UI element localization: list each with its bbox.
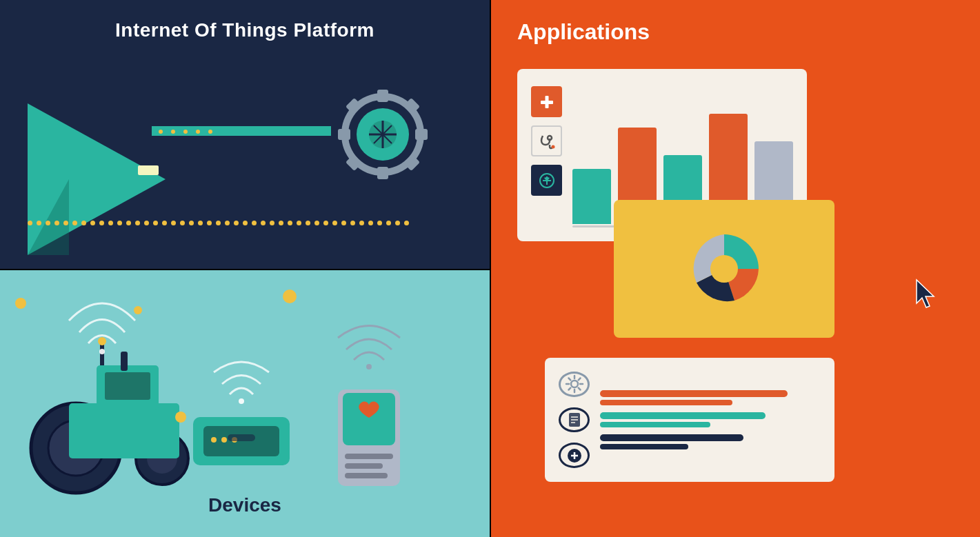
yellow-card — [614, 200, 834, 338]
bottom-dots-row — [28, 221, 448, 225]
line-group-2 — [600, 412, 821, 427]
bottom-card-icons — [559, 372, 590, 468]
pie-chart-icon — [683, 227, 766, 310]
svg-rect-25 — [121, 352, 128, 371]
data-line-6 — [600, 444, 688, 449]
svg-point-26 — [175, 412, 186, 423]
svg-point-29 — [99, 349, 105, 354]
doc-icon-circle — [559, 407, 590, 433]
medical-icon-red — [531, 86, 562, 117]
svg-point-16 — [283, 290, 297, 303]
svg-point-17 — [134, 306, 142, 314]
svg-point-33 — [221, 437, 227, 443]
stethoscope-icon — [531, 125, 562, 156]
data-line-2 — [600, 400, 732, 405]
line-group-3 — [600, 434, 821, 449]
fdot2 — [171, 130, 175, 134]
devices-svg — [0, 283, 483, 503]
svg-rect-22 — [69, 403, 179, 458]
bottom-card-data-lines — [600, 372, 821, 468]
svg-point-49 — [571, 381, 578, 387]
fdot1 — [159, 130, 163, 134]
data-line-3 — [600, 412, 766, 419]
svg-rect-38 — [343, 393, 395, 445]
svg-rect-39 — [345, 454, 393, 459]
svg-rect-41 — [345, 473, 388, 478]
data-line-4 — [600, 422, 710, 427]
small-highlight — [138, 165, 159, 175]
iot-platform-title: Internet Of Things Platform — [0, 19, 490, 41]
svg-rect-2 — [377, 167, 388, 179]
svg-point-42 — [366, 364, 372, 369]
bottom-card — [545, 358, 834, 482]
funnel-dots — [159, 130, 212, 134]
medical-symbol-icon — [531, 165, 562, 196]
fdot4 — [196, 130, 200, 134]
gear-icon — [334, 86, 431, 183]
svg-point-32 — [211, 437, 217, 443]
cursor-icon — [911, 277, 939, 316]
svg-point-45 — [548, 136, 552, 140]
svg-point-46 — [551, 145, 554, 148]
svg-rect-27 — [100, 345, 104, 365]
svg-rect-35 — [228, 434, 255, 441]
svg-rect-4 — [415, 129, 428, 140]
devices-section: Devices — [0, 269, 490, 537]
iot-platform-section: Internet Of Things Platform — [0, 0, 490, 269]
fdot3 — [183, 130, 188, 134]
svg-rect-44 — [545, 96, 548, 108]
svg-point-48 — [710, 255, 738, 283]
applications-title: Applications — [517, 19, 650, 45]
main-container: Internet Of Things Platform — [0, 0, 980, 537]
svg-rect-1 — [377, 90, 388, 102]
funnel-shadow — [28, 103, 69, 255]
svg-rect-40 — [345, 463, 383, 469]
svg-rect-24 — [105, 372, 150, 400]
bar-1 — [572, 169, 611, 224]
plus-circle-icon — [559, 443, 590, 468]
settings-icon-circle — [559, 372, 590, 397]
applications-section: Applications — [490, 0, 980, 537]
data-line-1 — [600, 390, 788, 397]
chart-card-icons — [531, 83, 562, 227]
svg-point-28 — [98, 337, 106, 345]
devices-illustration — [0, 283, 490, 496]
iot-illustration — [0, 55, 490, 269]
svg-point-36 — [239, 398, 244, 404]
line-group-1 — [600, 390, 821, 405]
horizontal-divider-left — [0, 269, 490, 270]
data-line-5 — [600, 434, 743, 441]
svg-rect-3 — [338, 129, 350, 140]
fdot5 — [208, 130, 212, 134]
svg-point-15 — [15, 298, 26, 309]
devices-title: Devices — [0, 494, 490, 516]
